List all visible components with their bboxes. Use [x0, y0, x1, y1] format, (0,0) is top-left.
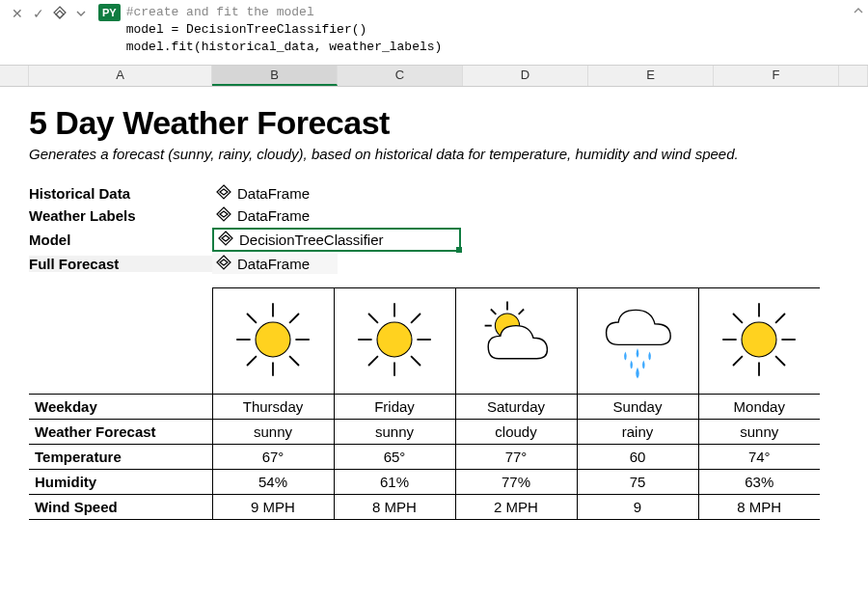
weather-cell[interactable]: rainy [577, 420, 698, 445]
table-row-weekday: Weekday Thursday Friday Saturday Sunday … [29, 395, 820, 420]
table-row-humidity: Humidity 54% 61% 77% 75 63% [29, 470, 820, 495]
weekday-cell[interactable]: Monday [698, 395, 820, 420]
weekday-cell[interactable]: Friday [334, 395, 455, 420]
accept-icon[interactable]: ✓ [29, 4, 48, 23]
select-all-corner[interactable] [0, 66, 29, 86]
code-line-3: model.fit(historical_data, weather_label… [126, 40, 443, 54]
humidity-cell[interactable]: 63% [698, 470, 820, 495]
col-header-D[interactable]: D [463, 66, 588, 86]
sunny-icon [334, 288, 455, 395]
row-label-humidity: Humidity [29, 470, 212, 495]
dataframe-icon [216, 255, 231, 273]
humidity-cell[interactable]: 75 [577, 470, 698, 495]
svg-line-15 [411, 356, 420, 366]
insert-menu-icon[interactable] [50, 4, 69, 23]
col-header-C[interactable]: C [338, 66, 463, 86]
weekday-cell[interactable]: Thursday [212, 395, 334, 420]
table-row-temperature: Temperature 67° 65° 77° 60 74° [29, 445, 820, 470]
forecast-table: Weekday Thursday Friday Saturday Sunday … [29, 287, 820, 520]
meta-value-text: DecisionTreeClassifier [239, 232, 384, 248]
temperature-cell[interactable]: 65° [334, 445, 455, 470]
temperature-cell[interactable]: 74° [698, 445, 820, 470]
cloudy-icon [455, 288, 577, 395]
temperature-cell[interactable]: 67° [212, 445, 334, 470]
svg-line-30 [775, 314, 785, 323]
svg-line-14 [368, 314, 378, 323]
meta-label-forecast: Full Forecast [29, 256, 212, 272]
page-subtitle: Generates a forecast (sunny, rainy, clou… [29, 146, 839, 162]
table-row-weather: Weather Forecast sunny sunny cloudy rain… [29, 420, 820, 445]
col-header-blank[interactable] [839, 66, 868, 86]
humidity-cell[interactable]: 77% [455, 470, 577, 495]
code-comment: #create and fit the model [126, 5, 314, 19]
weather-cell[interactable]: sunny [334, 420, 455, 445]
meta-value-model[interactable]: DecisionTreeClassifier [212, 228, 461, 252]
svg-point-9 [377, 322, 412, 357]
weekday-cell[interactable]: Saturday [455, 395, 577, 420]
svg-line-31 [733, 356, 743, 366]
formula-bar-controls: ✕ ✓ [0, 0, 95, 23]
col-header-F[interactable]: F [714, 66, 839, 86]
code-line-2: model = DecisionTreeClassifier() [126, 22, 367, 37]
svg-point-0 [256, 322, 290, 357]
svg-line-5 [247, 314, 257, 323]
formula-code[interactable]: #create and fit the model model = Decisi… [126, 0, 849, 61]
svg-line-17 [368, 356, 378, 366]
chevron-down-icon[interactable] [71, 4, 91, 23]
page-title: 5 Day Weather Forecast [29, 104, 839, 142]
wind-cell[interactable]: 9 MPH [212, 495, 334, 520]
temperature-cell[interactable]: 60 [577, 445, 698, 470]
svg-line-16 [411, 314, 420, 323]
row-label-wind: Wind Speed [29, 495, 212, 520]
wind-cell[interactable]: 8 MPH [698, 495, 820, 520]
meta-value-historical[interactable]: DataFrame [212, 183, 338, 204]
meta-grid: Historical Data DataFrame Weather Labels… [29, 183, 839, 274]
row-label-temperature: Temperature [29, 445, 212, 470]
object-icon [218, 231, 233, 249]
meta-value-text: DataFrame [237, 207, 310, 224]
sunny-icon [698, 288, 820, 395]
table-row-icons [29, 288, 820, 395]
weather-cell[interactable]: sunny [698, 420, 820, 445]
row-label-weekday: Weekday [29, 395, 212, 420]
temperature-cell[interactable]: 77° [455, 445, 577, 470]
humidity-cell[interactable]: 61% [334, 470, 455, 495]
weekday-cell[interactable]: Sunday [577, 395, 698, 420]
weather-cell[interactable]: cloudy [455, 420, 577, 445]
meta-value-text: DataFrame [237, 185, 310, 202]
table-row-wind: Wind Speed 9 MPH 8 MPH 2 MPH 9 8 MPH [29, 495, 820, 520]
wind-cell[interactable]: 2 MPH [455, 495, 577, 520]
python-badge: PY [98, 4, 121, 21]
row-label-weather: Weather Forecast [29, 420, 212, 445]
dataframe-icon [216, 206, 231, 225]
svg-line-21 [491, 310, 496, 314]
col-header-A[interactable]: A [29, 66, 212, 86]
svg-line-6 [289, 356, 299, 366]
weather-cell[interactable]: sunny [212, 420, 334, 445]
svg-line-8 [247, 356, 257, 366]
meta-value-text: DataFrame [237, 256, 310, 272]
meta-value-weather[interactable]: DataFrame [212, 205, 338, 226]
col-header-B[interactable]: B [212, 66, 338, 86]
cancel-icon[interactable]: ✕ [8, 4, 27, 23]
dataframe-icon [216, 184, 231, 203]
wind-cell[interactable]: 8 MPH [334, 495, 455, 520]
rainy-icon [577, 288, 698, 395]
formula-bar: ✕ ✓ PY #create and fit the model model =… [0, 0, 868, 66]
humidity-cell[interactable]: 54% [212, 470, 334, 495]
wind-cell[interactable]: 9 [577, 495, 698, 520]
meta-value-forecast[interactable]: DataFrame [212, 254, 338, 274]
sheet-body: 5 Day Weather Forecast Generates a forec… [0, 87, 868, 539]
col-header-E[interactable]: E [588, 66, 714, 86]
meta-label-weather: Weather Labels [29, 207, 212, 224]
forecast-table-wrap: Weekday Thursday Friday Saturday Sunday … [29, 287, 839, 520]
column-headers: A B C D E F [0, 66, 868, 87]
svg-line-22 [519, 310, 524, 314]
svg-line-7 [289, 314, 299, 323]
meta-label-historical: Historical Data [29, 185, 212, 202]
meta-label-model: Model [29, 232, 212, 248]
formula-expand-icon[interactable] [849, 0, 868, 17]
svg-line-29 [775, 356, 785, 366]
sunny-icon [212, 288, 334, 395]
svg-line-28 [733, 314, 743, 323]
